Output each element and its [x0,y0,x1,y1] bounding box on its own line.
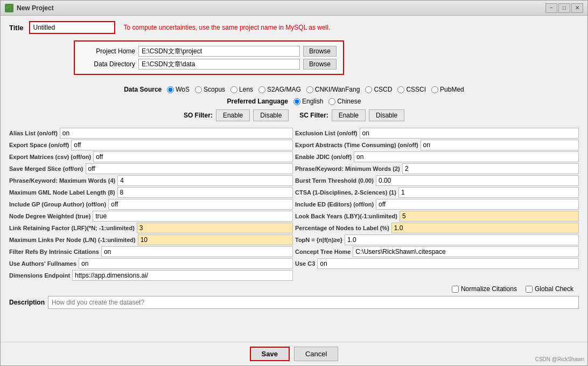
right-field-row: Percentage of Nodes to Label (%) [295,223,579,233]
project-home-row: Project Home Browse [81,46,337,57]
left-field-input[interactable] [137,223,293,233]
datasource-cssci[interactable]: CSSCI [397,86,426,93]
save-button[interactable]: Save [250,347,290,361]
description-input[interactable] [48,296,579,309]
left-field-input[interactable] [71,140,293,150]
right-field-input[interactable] [421,140,579,150]
left-field-input[interactable] [138,234,293,245]
left-field-row: Export Matrices (csv) (off/on) [9,151,293,162]
datasource-wos[interactable]: WoS [167,86,190,93]
sc-enable-button[interactable]: Enable [332,109,366,121]
right-field-row: Concept Tree Home [295,246,579,257]
left-field-input[interactable] [72,270,293,281]
right-field-input[interactable] [354,151,579,162]
left-field-label: Export Matrices (csv) (off/on) [9,154,93,160]
left-fields: Alias List (on/off)Export Space (on/off)… [9,128,293,281]
so-enable-button[interactable]: Enable [216,109,250,121]
right-field-input[interactable] [353,246,579,257]
left-field-input[interactable] [93,151,293,162]
title-input[interactable] [29,21,115,34]
data-source-label: Data Source [124,86,162,93]
datasource-s2ag[interactable]: S2AG/MAG [258,86,301,93]
right-field-input[interactable] [345,234,579,245]
left-field-label: Use Authors' Fullnames [9,260,79,267]
right-field-row: Look Back Years (LBY)(-1:unlimited) [295,211,579,222]
right-field-label: Percentage of Nodes to Label (%) [295,225,391,231]
right-field-label: Burst Term Threshold (0.00) [295,177,376,184]
window-controls: − □ ✕ [545,3,583,13]
right-field-input[interactable] [376,175,579,186]
global-check-checkbox[interactable]: Global Check [526,285,573,293]
right-field-input[interactable] [391,223,579,233]
right-field-row: CTSA (1-Disciplines, 2-Sciences) (1) [295,187,579,198]
left-field-input[interactable] [101,246,293,257]
right-field-input[interactable] [398,187,579,198]
right-field-input[interactable] [402,163,579,174]
language-row: Preferred Language English Chinese [9,98,579,105]
left-field-input[interactable] [60,128,293,139]
lang-chinese[interactable]: Chinese [328,98,361,105]
window-icon: 🌿 [5,4,13,12]
so-filter-label: SO Filter: [184,112,213,119]
right-field-input[interactable] [317,258,579,269]
cancel-button[interactable]: Cancel [294,347,338,361]
left-field-label: Maximum GML Node Label Length (8) [9,189,117,196]
datasource-cscd[interactable]: CSCD [365,86,392,93]
data-directory-browse[interactable]: Browse [303,59,337,70]
bottom-bar: Save Cancel [1,342,587,365]
watermark: CSDN @RickShawn [535,356,584,362]
datasource-lens[interactable]: Lens [230,86,253,93]
left-field-label: Link Retaining Factor (LRF)(*N; -1:unlim… [9,225,137,231]
global-check-label: Global Check [535,285,573,293]
title-hint: To compute uncertainties, use the same p… [124,24,331,31]
right-field-input[interactable] [360,128,579,139]
sc-filter-label: SC Filter: [299,112,328,119]
left-field-input[interactable] [117,175,293,186]
normalize-citations-checkbox[interactable]: Normalize Citations [452,285,517,293]
language-label: Preferred Language [227,98,288,105]
main-content: Title To compute uncertainties, use the … [1,16,587,342]
right-field-label: Include ED (Editors) (off/on) [295,201,376,208]
right-field-input[interactable] [376,199,579,210]
project-home-input[interactable] [138,46,300,57]
sc-disable-button[interactable]: Disable [369,109,404,121]
right-field-input[interactable] [400,211,579,222]
minimize-button[interactable]: − [545,3,557,13]
right-field-row: Export Abstracts (Time Consuming) (on/of… [295,140,579,150]
data-source-row: Data Source WoS Scopus Lens S2AG/MAG CNK… [9,86,579,93]
right-field-row: Enable JDIC (on/off) [295,151,579,162]
right-field-row: Include ED (Editors) (off/on) [295,199,579,210]
left-field-input[interactable] [93,211,293,222]
right-field-label: Phrase/Keyword: Minimum Words (2) [295,165,402,172]
left-field-label: Include GP (Group Author) (off/on) [9,201,108,208]
right-field-label: Export Abstracts (Time Consuming) (on/of… [295,142,421,148]
right-field-label: Enable JDIC (on/off) [295,154,354,160]
close-button[interactable]: ✕ [571,3,583,13]
left-field-input[interactable] [79,258,293,269]
left-field-row: Dimensions Endpoint [9,270,293,281]
project-home-browse[interactable]: Browse [303,46,337,57]
left-field-label: Dimensions Endpoint [9,272,72,279]
left-field-input[interactable] [108,199,293,210]
datasource-cnki[interactable]: CNKI/WanFang [306,86,360,93]
left-field-input[interactable] [86,163,293,174]
left-field-label: Maximum Links Per Node (L/N) (-1:unlimit… [9,237,138,243]
left-field-input[interactable] [117,187,293,198]
left-field-row: Link Retaining Factor (LRF)(*N; -1:unlim… [9,223,293,233]
left-field-row: Alias List (on/off) [9,128,293,139]
left-field-row: Node Degree Weighted (true) [9,211,293,222]
data-directory-input[interactable] [138,59,300,70]
left-field-label: Node Degree Weighted (true) [9,213,93,219]
datasource-scopus[interactable]: Scopus [195,86,225,93]
right-field-label: Concept Tree Home [295,248,353,255]
left-field-row: Filter Refs By Intrinsic Citations [9,246,293,257]
lang-english[interactable]: English [293,98,323,105]
so-disable-button[interactable]: Disable [253,109,289,121]
right-field-row: Burst Term Threshold (0.00) [295,175,579,186]
window-title: New Project [17,4,542,12]
left-field-label: Filter Refs By Intrinsic Citations [9,248,101,255]
right-field-label: CTSA (1-Disciplines, 2-Sciences) (1) [295,189,398,196]
left-field-label: Phrase/Keyword: Maximum Words (4) [9,177,117,184]
maximize-button[interactable]: □ [558,3,570,13]
datasource-pubmed[interactable]: PubMed [431,86,464,93]
